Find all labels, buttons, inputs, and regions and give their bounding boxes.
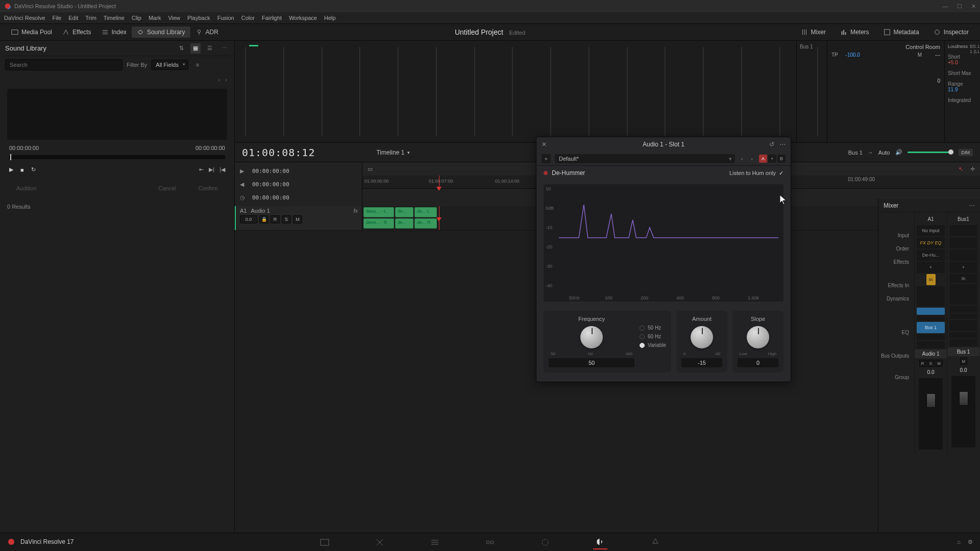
grid-view-icon[interactable]: ▦ [190,43,201,54]
menu-item[interactable]: Help [324,15,336,21]
next-preset-icon[interactable]: › [749,156,755,162]
marker-tool-icon[interactable]: ✛ [970,166,975,172]
lock-icon[interactable]: 🔒 [259,215,268,223]
audition-button[interactable]: Audition [9,183,44,193]
fader-a1[interactable] [919,378,943,449]
freq-variable-radio[interactable]: Variable [640,342,666,348]
menu-item[interactable]: Fairlight [262,15,282,21]
fairlight-page-icon[interactable] [593,535,607,549]
playhead[interactable] [439,176,439,188]
dim-button[interactable]: DIM [959,149,973,156]
slope-knob[interactable] [747,326,769,348]
adr-button[interactable]: ADR [190,27,224,38]
mixer-strip-a1[interactable]: A1 No Input FX DY EQ De-Hu... + In Bus 1… [914,212,947,454]
play-icon[interactable]: ▶ [9,166,13,173]
speaker-icon[interactable]: 🔊 [895,149,902,156]
timeline-selector[interactable]: Timeline 1▾ [376,149,410,156]
menu-item[interactable]: Fusion [217,15,234,21]
clock-icon[interactable]: ◷ [240,194,247,201]
menu-item[interactable]: View [168,15,180,21]
monitor-auto[interactable]: Auto [878,149,890,156]
cut-page-icon[interactable] [373,535,387,549]
window-close-icon[interactable]: ✕ [971,3,976,10]
slope-value[interactable]: 0 [738,358,778,367]
preview-scrubber[interactable] [9,155,225,159]
sound-library-button[interactable]: Sound Library [132,27,190,38]
confirm-button[interactable]: Confirm [191,183,225,193]
inspector-toggle-button[interactable]: Inspector [928,27,974,38]
next-icon[interactable]: › [225,77,227,83]
audio-clip[interactable]: de... [395,207,413,217]
home-icon[interactable]: ⌂ [957,539,961,545]
fader-bus1[interactable] [951,376,975,447]
effects-in-icon[interactable]: In [949,274,977,283]
fusion-page-icon[interactable] [483,535,497,549]
effects-in-icon[interactable]: In [926,274,936,285]
plugin-window[interactable]: ✕ Audio 1 - Slot 1 ↺⋯ + Default* ‹ › A+B… [536,137,791,382]
history-icon[interactable]: ↺ [769,141,774,148]
record-icon[interactable]: ◀ [240,181,247,188]
color-page-icon[interactable] [538,535,552,549]
freq-60hz-radio[interactable]: 60 Hz [640,334,661,339]
timeline-view-icon[interactable]: ▭ [368,166,373,172]
listen-checkbox[interactable]: ✓ [779,170,783,177]
amount-value[interactable]: -15 [681,358,722,367]
metadata-toggle-button[interactable]: Metadata [878,27,924,38]
cancel-button[interactable]: Cancel [151,183,183,193]
loop-icon[interactable]: ↻ [31,166,36,173]
solo-button[interactable]: S [282,215,291,223]
play-icon[interactable]: ▶ [240,168,247,174]
bypass-icon[interactable] [544,171,548,175]
monitor-bus[interactable]: Bus 1 [848,149,863,156]
playhead[interactable] [439,206,439,230]
more-icon[interactable]: ⋯ [969,202,975,209]
selection-tool-icon[interactable]: ↖ [959,166,963,172]
skip-back-icon[interactable]: ⇤ [199,166,204,173]
meters-toggle-button[interactable]: Meters [835,27,874,38]
effects-button[interactable]: Effects [57,27,96,38]
record-arm-button[interactable]: R [271,215,280,223]
menu-item[interactable]: Playback [187,15,210,21]
list-view-icon[interactable]: ☰ [205,43,215,54]
menu-item[interactable]: Workspace [289,15,317,21]
index-button[interactable]: Index [96,27,132,38]
mixer-toggle-button[interactable]: Mixer [796,27,831,38]
media-page-icon[interactable] [317,535,332,549]
menu-item[interactable]: Timeline [104,15,125,21]
amount-knob[interactable] [691,326,713,348]
deliver-page-icon[interactable] [648,535,663,549]
monitor-volume-slider[interactable] [908,152,953,153]
frequency-value[interactable]: 50 [549,358,634,367]
menu-item[interactable]: Trim [85,15,96,21]
filter-select[interactable]: All Fields [151,60,188,70]
menu-item[interactable]: Edit [68,15,78,21]
menu-item[interactable]: Clip [132,15,141,21]
edit-page-icon[interactable] [428,535,442,549]
frequency-knob[interactable] [580,326,603,348]
menu-item[interactable]: File [53,15,62,21]
audio-clip[interactable]: de... L [414,207,437,217]
more-icon[interactable]: ⋯ [779,141,786,148]
more-icon[interactable]: ⋯ [219,43,229,54]
freq-50hz-radio[interactable]: 50 Hz [640,325,661,331]
menu-item[interactable]: DaVinci Resolve [4,15,45,21]
menu-item[interactable]: Color [241,15,255,21]
prev-preset-icon[interactable]: ‹ [739,156,745,162]
window-minimize-icon[interactable]: — [942,3,948,10]
audio-clip[interactable]: de... [395,218,413,229]
step-back-icon[interactable]: |◀ [219,166,225,173]
mixer-strip-bus1[interactable]: Bus1 + In Bus 1 M 0.0 [947,212,979,454]
settings-icon[interactable]: ⚙ [968,539,973,545]
mute-button[interactable]: M [293,215,302,223]
media-pool-button[interactable]: Media Pool [6,27,57,38]
audio-clip[interactable]: dees... - R [363,218,394,229]
search-input[interactable] [5,59,122,70]
add-preset-button[interactable]: + [542,154,551,163]
preset-select[interactable]: Default* [555,154,735,163]
menu-item[interactable]: Mark [149,15,161,21]
ab-compare[interactable]: A+B [759,155,786,163]
track-vol[interactable]: 0.0 [240,215,257,223]
sort-icon[interactable]: ⇅ [176,43,186,54]
step-fwd-icon[interactable]: ▶| [209,166,214,173]
stop-icon[interactable]: ■ [20,167,24,173]
